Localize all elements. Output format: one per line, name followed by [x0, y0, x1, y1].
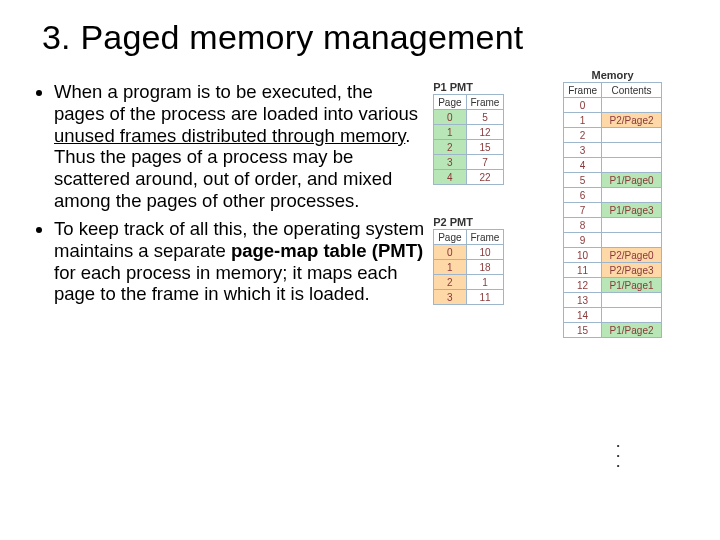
table-row: 12P1/Page1 — [564, 278, 662, 293]
p2-pmt-block: P2 PMT Page Frame 01011821311 — [433, 216, 504, 305]
memory-frame-cell: 12 — [564, 278, 602, 293]
table-row: 4 — [564, 158, 662, 173]
memory-table: Frame Contents 01P2/Page22345P1/Page067P… — [563, 82, 662, 338]
memory-frame-cell: 0 — [564, 98, 602, 113]
memory-frame-cell: 6 — [564, 188, 602, 203]
pmt-frame-cell: 12 — [466, 125, 504, 140]
table-row: 11P2/Page3 — [564, 263, 662, 278]
p1-pmt-title: P1 PMT — [433, 81, 504, 93]
p2-pmt-title: P2 PMT — [433, 216, 504, 228]
table-row: 21 — [434, 275, 504, 290]
memory-contents-cell: P2/Page2 — [602, 113, 662, 128]
table-row: 118 — [434, 260, 504, 275]
table-row: 9 — [564, 233, 662, 248]
memory-frame-cell: 14 — [564, 308, 602, 323]
bullet-2: To keep track of all this, the operating… — [54, 218, 425, 305]
slide: 3. Paged memory management When a progra… — [0, 0, 720, 321]
table-row: 311 — [434, 290, 504, 305]
table-row: Page Frame — [434, 95, 504, 110]
memory-contents-cell — [602, 308, 662, 323]
memory-contents-cell — [602, 158, 662, 173]
memory-contents-cell: P1/Page0 — [602, 173, 662, 188]
table-row: 10P2/Page0 — [564, 248, 662, 263]
memory-contents-cell: P1/Page3 — [602, 203, 662, 218]
table-row: Page Frame — [434, 230, 504, 245]
bullet-2-post: for each process in memory; it maps each… — [54, 262, 397, 305]
pmt-page-cell: 4 — [434, 170, 466, 185]
bullet-1-pre: When a program is to be executed, the pa… — [54, 81, 418, 124]
p2-pmt-body: 01011821311 — [434, 245, 504, 305]
p2-pmt-table: Page Frame 01011821311 — [433, 229, 504, 305]
memory-frame-cell: 8 — [564, 218, 602, 233]
text-column: When a program is to be executed, the pa… — [30, 81, 425, 311]
memory-contents-cell — [602, 293, 662, 308]
pmt-page-cell: 3 — [434, 155, 466, 170]
table-row: 0 — [564, 98, 662, 113]
p1-pmt-body: 0511221537422 — [434, 110, 504, 185]
table-row: 1P2/Page2 — [564, 113, 662, 128]
memory-contents-cell: P1/Page1 — [602, 278, 662, 293]
table-row: 6 — [564, 188, 662, 203]
memory-frame-cell: 11 — [564, 263, 602, 278]
p1-pmt-table: Page Frame 0511221537422 — [433, 94, 504, 185]
pmt-frame-cell: 10 — [466, 245, 504, 260]
memory-header-contents: Contents — [602, 83, 662, 98]
pmt-frame-cell: 7 — [466, 155, 504, 170]
pmt-page-cell: 2 — [434, 275, 466, 290]
p2-pmt-header-page: Page — [434, 230, 466, 245]
memory-frame-cell: 3 — [564, 143, 602, 158]
memory-frame-cell: 7 — [564, 203, 602, 218]
memory-contents-cell: P1/Page2 — [602, 323, 662, 338]
table-row: 5P1/Page0 — [564, 173, 662, 188]
memory-block: Memory Frame Contents 01P2/Page22345P1/P… — [563, 69, 662, 338]
table-row: 37 — [434, 155, 504, 170]
content-row: When a program is to be executed, the pa… — [30, 81, 690, 311]
memory-frame-cell: 13 — [564, 293, 602, 308]
bullet-1-underline: unused frames distributed through memory — [54, 125, 405, 146]
bullet-list: When a program is to be executed, the pa… — [30, 81, 425, 305]
pmt-frame-cell: 15 — [466, 140, 504, 155]
ellipsis-icon: ••• — [613, 441, 623, 471]
pmt-page-cell: 1 — [434, 260, 466, 275]
p1-pmt-header-frame: Frame — [466, 95, 504, 110]
memory-frame-cell: 5 — [564, 173, 602, 188]
pmt-frame-cell: 11 — [466, 290, 504, 305]
memory-frame-cell: 4 — [564, 158, 602, 173]
memory-header-frame: Frame — [564, 83, 602, 98]
pmt-page-cell: 0 — [434, 110, 466, 125]
memory-contents-cell — [602, 143, 662, 158]
pmt-page-cell: 3 — [434, 290, 466, 305]
table-row: 2 — [564, 128, 662, 143]
table-row: 7P1/Page3 — [564, 203, 662, 218]
table-row: 8 — [564, 218, 662, 233]
table-row: 14 — [564, 308, 662, 323]
p1-pmt-header-page: Page — [434, 95, 466, 110]
pmt-frame-cell: 5 — [466, 110, 504, 125]
diagram-column: P1 PMT Page Frame 0511221537422 P2 PMT P… — [433, 81, 690, 311]
bullet-2-bold: page-map table (PMT) — [231, 240, 423, 261]
table-row: 05 — [434, 110, 504, 125]
memory-title: Memory — [563, 69, 662, 81]
table-row: Frame Contents — [564, 83, 662, 98]
p2-pmt-header-frame: Frame — [466, 230, 504, 245]
p1-pmt-block: P1 PMT Page Frame 0511221537422 — [433, 81, 504, 185]
table-row: 13 — [564, 293, 662, 308]
pmt-page-cell: 0 — [434, 245, 466, 260]
memory-contents-cell — [602, 218, 662, 233]
table-row: 15P1/Page2 — [564, 323, 662, 338]
memory-frame-cell: 9 — [564, 233, 602, 248]
table-row: 112 — [434, 125, 504, 140]
memory-frame-cell: 15 — [564, 323, 602, 338]
pmt-page-cell: 1 — [434, 125, 466, 140]
slide-title: 3. Paged memory management — [42, 18, 690, 57]
memory-contents-cell — [602, 188, 662, 203]
memory-contents-cell — [602, 98, 662, 113]
memory-frame-cell: 2 — [564, 128, 602, 143]
memory-contents-cell: P2/Page0 — [602, 248, 662, 263]
pmt-frame-cell: 18 — [466, 260, 504, 275]
table-row: 422 — [434, 170, 504, 185]
table-row: 3 — [564, 143, 662, 158]
memory-frame-cell: 10 — [564, 248, 602, 263]
table-row: 010 — [434, 245, 504, 260]
memory-contents-cell — [602, 128, 662, 143]
